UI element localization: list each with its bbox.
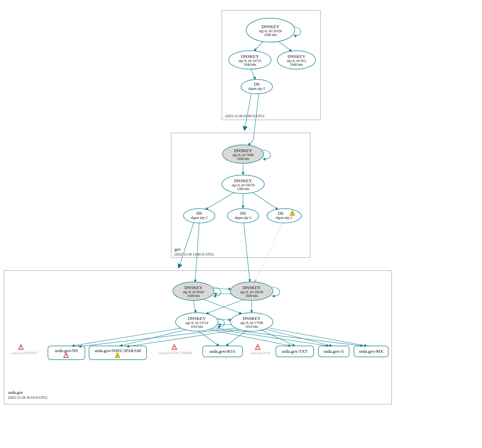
svg-text:2048 bits: 2048 bits [237, 157, 250, 161]
svg-text:DS: DS [196, 211, 202, 216]
svg-text:DNSKEY: DNSKEY [243, 285, 261, 290]
rr-txt[interactable]: usda.gov/TXT [276, 346, 314, 357]
svg-text:1024 bits: 1024 bits [191, 325, 203, 328]
svg-text:!: ! [117, 354, 118, 358]
edge [193, 300, 196, 313]
edge [217, 319, 231, 320]
svg-text:alg=8, id=20536: alg=8, id=20536 [240, 290, 263, 294]
svg-text:usda.gov/TXT: usda.gov/TXT [282, 349, 308, 354]
svg-text:usda.gov/MX: usda.gov/MX [359, 349, 383, 354]
svg-text:DS: DS [278, 211, 284, 216]
svg-text:alg=8, id=18733: alg=8, id=18733 [239, 59, 261, 63]
zone-label-root: . [225, 109, 226, 113]
ghost-n3p: usda.gov/NSEC3PARAM [158, 351, 192, 355]
edge [253, 192, 278, 210]
svg-text:DNSKEY: DNSKEY [288, 54, 306, 59]
edge [269, 328, 367, 346]
svg-text:!: ! [257, 346, 258, 349]
svg-text:1280 bits: 1280 bits [237, 187, 250, 191]
edge [205, 192, 234, 210]
svg-text:digest alg=2: digest alg=2 [234, 216, 251, 220]
node-root-zsk1[interactable]: DNSKEY alg=8, id=18733 2048 bits [229, 51, 271, 69]
svg-text:alg=8, id=951: alg=8, id=951 [287, 59, 306, 63]
svg-text:alg=8, id=56278: alg=8, id=56278 [232, 183, 254, 187]
ghost-dnskey: usda.gov/DNSKEY [12, 351, 38, 355]
svg-text:!: ! [20, 346, 21, 349]
error-icon: ! [172, 345, 177, 349]
edge [254, 41, 264, 51]
svg-text:usda.gov/SOA: usda.gov/SOA [210, 349, 236, 354]
rr-a[interactable]: usda.gov/A [318, 346, 349, 357]
edge-dashed [255, 223, 283, 282]
svg-text:2048 bits: 2048 bits [245, 294, 258, 298]
node-usda-zsk1[interactable]: DNSKEY alg=8, id=23724 1024 bits [176, 313, 218, 331]
svg-text:2048 bits: 2048 bits [264, 33, 277, 37]
node-root-ksk[interactable]: DNSKEY alg=8, id=20326 2048 bits [246, 18, 295, 42]
svg-text:DNSKEY: DNSKEY [234, 178, 252, 183]
edge [79, 328, 236, 347]
svg-text:alg=8, id=23724: alg=8, id=23724 [186, 321, 208, 325]
svg-text:DS: DS [240, 211, 246, 216]
rr-soa[interactable]: usda.gov/SOA [203, 346, 242, 357]
svg-text:alg=8, id=8344: alg=8, id=8344 [183, 290, 204, 294]
edge [278, 41, 292, 51]
svg-text:2048 bits: 2048 bits [290, 63, 303, 66]
dnssec-diagram: . (2022-12-28 10:38:32 UTC) gov (2022-12… [0, 0, 482, 448]
svg-text:DNSKEY: DNSKEY [188, 316, 206, 321]
svg-text:DNSKEY: DNSKEY [241, 54, 259, 59]
svg-text:usda.gov/A: usda.gov/A [324, 349, 344, 354]
svg-text:2048 bits: 2048 bits [187, 294, 200, 298]
edge [212, 329, 329, 346]
edge [251, 69, 255, 79]
svg-text:digest alg=2: digest alg=2 [248, 87, 265, 90]
rr-mx[interactable]: usda.gov/MX [354, 346, 388, 357]
node-gov-ds1[interactable]: DS digest alg=2 [183, 209, 215, 223]
zone-label-gov: gov [175, 247, 181, 252]
svg-text:!: ! [292, 212, 293, 215]
svg-text:1024 bits: 1024 bits [245, 325, 258, 328]
svg-text:usda.gov/NS: usda.gov/NS [55, 348, 78, 353]
edge [72, 328, 181, 346]
error-icon: ! [18, 345, 23, 349]
edge-gov-to-usda [179, 223, 194, 268]
svg-text:digest alg=1: digest alg=1 [276, 216, 292, 220]
node-usda-ksk2[interactable]: DNSKEY alg=8, id=20536 2048 bits [230, 282, 273, 300]
svg-text:usda.gov/NSEC3PARAM: usda.gov/NSEC3PARAM [95, 348, 141, 353]
zone-time-usda: (2022-12-28 16:19:43 UTC) [8, 396, 47, 400]
svg-text:DNSKEY: DNSKEY [185, 285, 203, 290]
node-gov-ksk[interactable]: DNSKEY alg=8, id=7698 2048 bits [223, 145, 264, 163]
node-root-ds[interactable]: DS digest alg=2 [241, 79, 272, 94]
svg-text:DS: DS [254, 82, 260, 87]
ghost-soa: usda.gov/SOA [251, 351, 270, 355]
svg-text:alg=8, id=20326: alg=8, id=20326 [259, 29, 282, 33]
svg-text:alg=8, id=7698: alg=8, id=7698 [232, 153, 253, 157]
svg-text:2048 bits: 2048 bits [244, 63, 256, 66]
node-gov-zsk[interactable]: DNSKEY alg=8, id=56278 1280 bits [222, 175, 264, 194]
edge [244, 223, 250, 282]
edge [213, 288, 231, 289]
svg-text:alg=8, id=17598: alg=8, id=17598 [240, 321, 263, 325]
node-root-zsk2[interactable]: DNSKEY alg=8, id=951 2048 bits [277, 51, 316, 69]
svg-text:!: ! [65, 354, 66, 358]
edge [264, 329, 332, 346]
svg-text:digest alg=2: digest alg=2 [191, 216, 207, 220]
svg-text:DNSKEY: DNSKEY [262, 24, 280, 29]
zone-label-usda: usda.gov [8, 390, 23, 395]
node-gov-ds2[interactable]: DS digest alg=2 [227, 209, 259, 223]
error-icon: ! [255, 345, 260, 349]
zone-time-root: (2022-12-28 10:38:32 UTC) [225, 114, 264, 118]
edge [226, 331, 246, 346]
edge [209, 329, 291, 346]
edge [203, 299, 242, 314]
node-gov-ds3[interactable]: DS digest alg=1 [267, 209, 301, 223]
edge [120, 329, 187, 346]
edge [206, 299, 244, 314]
zone-time-gov: (2022-12-28 13:00:35 UTC) [175, 252, 214, 257]
edge [199, 331, 219, 346]
svg-text:DNSKEY: DNSKEY [243, 316, 261, 321]
node-usda-ksk1[interactable]: DNSKEY alg=8, id=8344 2048 bits [173, 282, 214, 300]
edge-root-to-gov [244, 94, 251, 130]
node-usda-zsk2[interactable]: DNSKEY alg=8, id=17598 1024 bits [230, 313, 273, 331]
svg-text:!: ! [174, 346, 175, 349]
svg-text:DNSKEY: DNSKEY [234, 148, 252, 153]
